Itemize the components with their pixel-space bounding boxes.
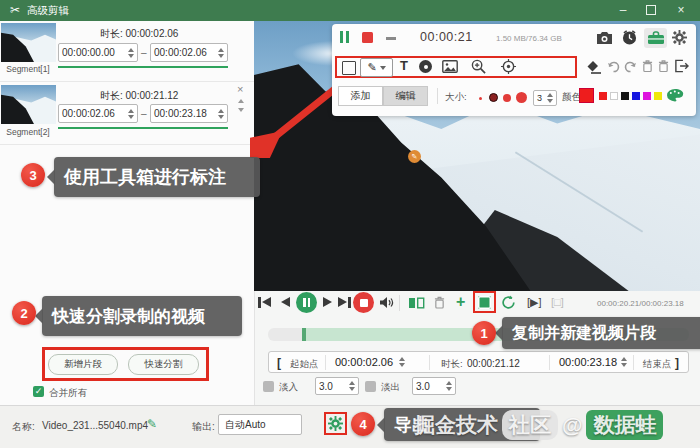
exit-draw-icon[interactable]: [674, 59, 689, 73]
merge-all-label: 合并所有: [49, 387, 87, 400]
size-spinner[interactable]: 3: [533, 90, 557, 106]
screenshot-camera-icon[interactable]: [596, 31, 613, 45]
play-segment-icon[interactable]: [▶]: [527, 296, 542, 309]
spinner-arrows-icon[interactable]: [218, 109, 224, 119]
fade-in-label: 淡入: [279, 381, 298, 394]
rectangle-tool-icon[interactable]: [342, 61, 356, 75]
segment-buttons-highlight: [42, 347, 209, 381]
next-frame-icon[interactable]: [323, 297, 332, 307]
delete-one-trash-icon[interactable]: [642, 59, 653, 73]
skip-to-start-icon[interactable]: [258, 297, 271, 308]
color-swatch-white[interactable]: [610, 92, 618, 100]
pause-playback-button[interactable]: [296, 292, 317, 313]
eraser-icon[interactable]: [586, 60, 602, 74]
mode-add-toggle[interactable]: 添加: [338, 86, 383, 106]
timeline-handle[interactable]: [302, 328, 306, 341]
color-swatch-red[interactable]: [599, 92, 607, 100]
color-swatch-yellow[interactable]: [654, 92, 662, 100]
segment2-delete-icon[interactable]: ×: [237, 83, 243, 95]
segment1-label: Segment[1]: [0, 64, 56, 74]
add-segment-icon[interactable]: +: [456, 293, 465, 311]
bracket-right: ]: [675, 356, 679, 370]
timer-clock-icon[interactable]: [622, 30, 637, 45]
mode-edit-toggle[interactable]: 编辑: [383, 86, 428, 106]
pencil-icon: ✎: [367, 61, 376, 74]
pause-recording-icon[interactable]: [340, 31, 349, 43]
start-spinner-arrows-icon[interactable]: [399, 357, 405, 367]
spinner-arrows-icon[interactable]: [547, 93, 553, 103]
annotation-4-badge: 4: [351, 412, 375, 436]
segment1-end-spinner[interactable]: 00:00:02.06: [150, 43, 228, 62]
segment2-move-down-icon[interactable]: [238, 108, 244, 112]
undo-icon[interactable]: [607, 61, 620, 73]
volume-icon[interactable]: [379, 296, 395, 309]
maximize-button[interactable]: [640, 0, 662, 21]
close-button[interactable]: ×: [670, 0, 692, 21]
output-format-select[interactable]: 自动Auto: [218, 414, 302, 435]
skip-to-end-icon[interactable]: [338, 297, 351, 308]
size-dot-3[interactable]: [503, 94, 511, 102]
draw-cursor-icon: ✎: [408, 150, 421, 163]
number-stamp-tool-icon[interactable]: [419, 60, 432, 73]
palette-icon[interactable]: [666, 88, 684, 102]
watermark-at: @: [562, 413, 582, 437]
settings-gear-icon[interactable]: [672, 30, 687, 45]
segment1-duration: 时长: 00:00:02.06: [100, 27, 178, 41]
redo-icon[interactable]: [624, 61, 637, 73]
watermark: 掘金技术 社区 @ 数据蛙: [414, 410, 663, 440]
merge-all-checkbox[interactable]: ✓: [33, 386, 44, 397]
text-tool-icon[interactable]: T: [400, 58, 408, 73]
previous-frame-icon[interactable]: [281, 297, 290, 307]
image-tool-icon[interactable]: [442, 60, 458, 73]
watermark-brand: 数据蛙: [586, 410, 663, 440]
color-swatch-black[interactable]: [621, 92, 629, 100]
zoom-in-tool-icon[interactable]: [471, 59, 486, 74]
playback-position: 00:00:20.21/00:00:23.18: [597, 299, 684, 308]
minimize-button[interactable]: –: [612, 0, 634, 21]
reset-loop-icon[interactable]: [501, 295, 516, 310]
color-swatch-magenta[interactable]: [643, 92, 651, 100]
pencil-tool-button[interactable]: ✎: [360, 58, 393, 77]
chevron-down-icon: [380, 66, 386, 70]
segment2-end-spinner[interactable]: 00:00:23.18: [150, 104, 228, 123]
fade-in-spinner[interactable]: 3.0: [315, 377, 359, 395]
color-swatch-blue[interactable]: [632, 92, 640, 100]
rename-pencil-icon[interactable]: ✎: [147, 417, 157, 431]
fade-out-label: 淡出: [381, 381, 400, 394]
fade-in-checkbox[interactable]: [263, 381, 274, 392]
spinner-arrows-icon[interactable]: [128, 109, 134, 119]
output-label: 输出:: [192, 420, 215, 434]
stop-playback-button[interactable]: [353, 292, 374, 313]
toolbox-button[interactable]: [644, 28, 667, 48]
fade-out-checkbox[interactable]: [365, 381, 376, 392]
spotlight-tool-icon[interactable]: [501, 59, 516, 74]
segment1-thumbnail[interactable]: [1, 23, 56, 62]
split-segment-icon[interactable]: [408, 297, 425, 309]
size-dot-4[interactable]: [516, 92, 527, 103]
segment2-start-spinner[interactable]: 00:00:02.06: [58, 104, 138, 123]
spinner-arrows-icon[interactable]: [349, 381, 355, 391]
delete-segment-icon[interactable]: [434, 296, 445, 309]
segment1-start-spinner[interactable]: 00:00:00.00: [58, 43, 138, 62]
scissors-icon: ✂: [10, 3, 20, 17]
current-color-swatch[interactable]: [579, 88, 594, 103]
minimize-toolbar-icon[interactable]: [386, 37, 396, 40]
end-spinner-arrows-icon[interactable]: [621, 357, 627, 367]
stop-recording-icon[interactable]: [362, 32, 373, 43]
filename-label: 名称:: [12, 420, 35, 434]
annotation-2-tooltip: 快速分割录制的视频: [42, 296, 242, 336]
size-dot-1[interactable]: [479, 97, 482, 100]
fade-out-spinner[interactable]: 3.0: [412, 377, 456, 395]
start-point-label: 起始点: [290, 358, 319, 371]
spinner-arrows-icon[interactable]: [128, 48, 134, 58]
export-settings-gear-icon[interactable]: [328, 416, 343, 431]
spinner-arrows-icon[interactable]: [218, 48, 224, 58]
segment2-thumbnail[interactable]: [1, 85, 56, 124]
stop-segment-icon[interactable]: [□]: [551, 296, 564, 308]
size-dot-2[interactable]: [489, 93, 498, 102]
segment2-move-up-icon[interactable]: [238, 99, 244, 103]
spinner-arrows-icon[interactable]: [446, 381, 452, 391]
copy-new-segment-icon[interactable]: [478, 296, 491, 309]
filename-value: Video_231...55040.mp4: [42, 420, 148, 431]
delete-all-trash-icon[interactable]: [658, 59, 669, 73]
